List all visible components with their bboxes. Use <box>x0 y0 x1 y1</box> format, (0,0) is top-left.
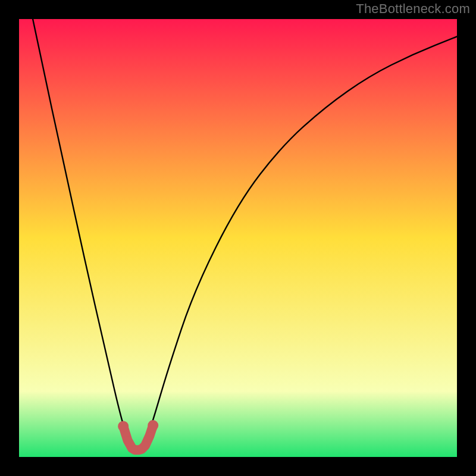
watermark-text: TheBottleneck.com <box>356 1 470 17</box>
optimal-point <box>145 432 154 440</box>
gradient-background <box>19 19 457 457</box>
optimal-point <box>148 420 158 431</box>
optimal-point <box>118 421 129 431</box>
chart-svg <box>19 19 457 457</box>
optimal-point <box>141 441 149 450</box>
chart-frame: TheBottleneck.com <box>0 0 476 476</box>
optimal-point <box>124 436 132 444</box>
plot-area <box>19 19 457 457</box>
